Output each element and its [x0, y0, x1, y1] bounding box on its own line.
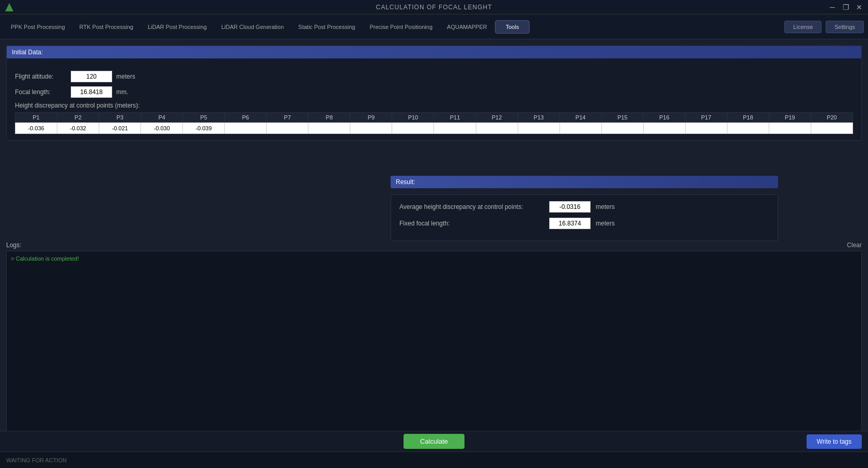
points-col-header-p10: P10	[392, 113, 434, 123]
app-logo	[4, 2, 14, 12]
fixed-focal-row: Fixed focal length: meters	[399, 218, 769, 229]
point-cell-p19	[769, 123, 811, 134]
license-button[interactable]: License	[784, 21, 822, 33]
point-cell-p14	[560, 123, 601, 134]
point-value-p12[interactable]	[478, 125, 516, 131]
points-value-row	[16, 123, 853, 134]
log-entry: > Calculation is completed!	[11, 254, 857, 264]
points-table: P1P2P3P4P5P6P7P8P9P10P11P12P13P14P15P16P…	[15, 112, 853, 134]
point-value-p14[interactable]	[562, 125, 599, 131]
points-col-header-p12: P12	[476, 113, 518, 123]
header-buttons: License Settings	[784, 21, 864, 33]
point-value-p8[interactable]	[311, 125, 348, 131]
close-button[interactable]: ✕	[855, 3, 864, 11]
tab-rtk[interactable]: RTK Post Processing	[73, 20, 140, 34]
focal-length-unit: mm.	[116, 88, 128, 96]
settings-button[interactable]: Settings	[826, 21, 864, 33]
point-value-p13[interactable]	[520, 125, 557, 131]
point-value-p15[interactable]	[604, 125, 641, 131]
avg-height-input[interactable]	[549, 201, 591, 213]
point-value-p3[interactable]	[101, 125, 138, 131]
point-value-p18[interactable]	[730, 125, 767, 131]
point-cell-p12	[476, 123, 518, 134]
point-value-p6[interactable]	[227, 125, 264, 131]
tab-lidar[interactable]: LiDAR Post Processing	[141, 20, 213, 34]
points-col-header-p9: P9	[350, 113, 392, 123]
minimize-button[interactable]: ─	[828, 3, 837, 11]
point-value-p2[interactable]	[59, 125, 97, 131]
point-value-p7[interactable]	[269, 125, 306, 131]
point-value-p5[interactable]	[185, 125, 222, 131]
point-value-p20[interactable]	[813, 125, 850, 131]
points-col-header-p1: P1	[16, 113, 57, 123]
points-col-header-p19: P19	[769, 113, 811, 123]
status-text: WAITING FOR ACTION	[6, 457, 67, 463]
initial-data-content: Flight altitude: meters Focal length: mm…	[7, 65, 861, 140]
titlebar: CALCULATION OF FOCAL LENGHT ─ ❐ ✕	[0, 0, 868, 14]
logs-label: Logs:	[6, 241, 21, 249]
write-tags-button[interactable]: Write to tags	[807, 434, 862, 449]
points-col-header-p2: P2	[57, 113, 99, 123]
logs-section: Logs: Clear > Calculation is completed!	[0, 239, 868, 447]
points-col-header-p15: P15	[601, 113, 643, 123]
avg-height-unit: meters	[596, 203, 615, 210]
point-cell-p13	[518, 123, 560, 134]
points-col-header-p18: P18	[727, 113, 769, 123]
point-value-p17[interactable]	[688, 125, 725, 131]
points-header-row: P1P2P3P4P5P6P7P8P9P10P11P12P13P14P15P16P…	[16, 113, 853, 123]
initial-data-header: Initial Data:	[7, 46, 861, 58]
tab-ppk[interactable]: PPK Post Processing	[4, 20, 72, 34]
point-value-p19[interactable]	[771, 125, 809, 131]
point-value-p4[interactable]	[143, 125, 180, 131]
point-cell-p16	[643, 123, 685, 134]
initial-data-title: Initial Data:	[12, 49, 43, 56]
tab-bar: PPK Post Processing RTK Post Processing …	[0, 14, 868, 39]
point-cell-p11	[434, 123, 476, 134]
result-header: Result:	[391, 176, 778, 188]
restore-button[interactable]: ❐	[841, 3, 850, 11]
point-cell-p5	[183, 123, 225, 134]
tab-aquamapper[interactable]: AQUAMAPPER	[440, 20, 494, 34]
flight-altitude-unit: meters	[116, 73, 135, 80]
point-value-p10[interactable]	[394, 125, 431, 131]
point-value-p16[interactable]	[646, 125, 683, 131]
tab-lidar-cloud[interactable]: LiDAR Cloud Generation	[214, 20, 290, 34]
points-col-header-p5: P5	[183, 113, 225, 123]
point-value-p11[interactable]	[436, 125, 473, 131]
point-cell-p6	[225, 123, 267, 134]
flight-altitude-input[interactable]	[71, 71, 112, 82]
clear-button[interactable]: Clear	[847, 241, 862, 249]
point-cell-p1	[16, 123, 57, 134]
svg-marker-0	[5, 3, 13, 11]
height-discrepancy-label: Height discrepancy at control points (me…	[15, 102, 853, 109]
fixed-focal-input[interactable]	[549, 218, 591, 229]
point-cell-p15	[601, 123, 643, 134]
point-cell-p18	[727, 123, 769, 134]
point-cell-p8	[308, 123, 350, 134]
point-cell-p2	[57, 123, 99, 134]
fixed-focal-unit: meters	[596, 220, 615, 227]
focal-length-label: Focal length:	[15, 88, 67, 96]
points-col-header-p4: P4	[141, 113, 183, 123]
point-value-p9[interactable]	[352, 125, 390, 131]
point-value-p1[interactable]	[18, 125, 55, 131]
point-cell-p10	[392, 123, 434, 134]
point-cell-p9	[350, 123, 392, 134]
point-cell-p20	[811, 123, 853, 134]
focal-length-input[interactable]	[71, 86, 112, 98]
statusbar: WAITING FOR ACTION	[0, 451, 868, 468]
tab-ppp[interactable]: Precise Point Positioning	[363, 20, 439, 34]
point-cell-p4	[141, 123, 183, 134]
calculate-button[interactable]: Calculate	[404, 434, 464, 449]
window-controls: ─ ❐ ✕	[828, 3, 864, 11]
points-col-header-p11: P11	[434, 113, 476, 123]
tab-tools[interactable]: Tools	[495, 20, 530, 34]
initial-data-section: Initial Data: Flight altitude: meters Fo…	[6, 46, 862, 141]
tab-static[interactable]: Static Post Processing	[291, 20, 362, 34]
points-col-header-p16: P16	[643, 113, 685, 123]
flight-altitude-label: Flight altitude:	[15, 73, 67, 80]
fixed-focal-label: Fixed focal length:	[399, 220, 544, 227]
avg-height-row: Average height discrepancy at control po…	[399, 201, 769, 213]
points-col-header-p7: P7	[267, 113, 308, 123]
focal-length-row: Focal length: mm.	[15, 86, 853, 98]
